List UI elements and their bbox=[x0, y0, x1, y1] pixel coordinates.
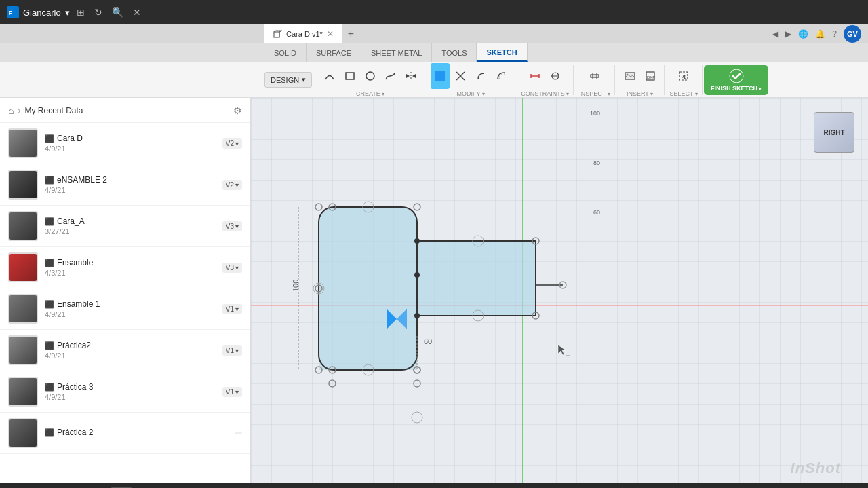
tab-label: Cara D v1* bbox=[286, 30, 323, 38]
rectangle-tool-button[interactable] bbox=[340, 63, 359, 89]
canvas-area[interactable]: 100 80 60 bbox=[251, 98, 868, 483]
sidebar-name-cara-d: Cara D bbox=[57, 134, 83, 143]
grid-icon[interactable]: ⊞ bbox=[77, 7, 85, 18]
svg-rect-2 bbox=[274, 32, 279, 37]
sidebar-date-cara-d: 4/9/21 bbox=[45, 145, 216, 153]
sidebar-info-ensamble1: ⬛ Ensamble 1 4/9/21 bbox=[45, 299, 216, 318]
sidebar-thumb-practica3 bbox=[8, 377, 38, 407]
horizontal-constraint-button[interactable] bbox=[526, 63, 545, 89]
svg-point-4 bbox=[366, 72, 374, 80]
sidebar-item-cara-a[interactable]: ⬛ Cara_A 3/27/21 V3 ▾ bbox=[0, 206, 250, 247]
sidebar-settings-icon[interactable]: ⚙ bbox=[233, 105, 242, 116]
version-dropdown-icon[interactable]: ▾ bbox=[235, 388, 239, 396]
sidebar-item-ensamble[interactable]: ⬛ Ensamble 4/3/21 V3 ▾ bbox=[0, 247, 250, 288]
version-dropdown-icon[interactable]: ▾ bbox=[235, 264, 239, 271]
modify-label: MODIFY ▾ bbox=[457, 90, 485, 97]
svg-point-46 bbox=[414, 380, 420, 387]
sidebar-date-cara-a: 3/27/21 bbox=[45, 227, 216, 236]
sidebar-version-ensamble2: V2 ▾ bbox=[222, 180, 242, 190]
sidebar-item-practica-2[interactable]: ⬛ Práctica 2 bbox=[0, 413, 250, 454]
sidebar-date-practica3: 4/9/21 bbox=[45, 393, 216, 401]
sidebar-item-practica3[interactable]: ⬛ Práctica 3 4/9/21 V1 ▾ bbox=[0, 371, 250, 413]
sidebar-item-ensamble2[interactable]: ⬛ eNSAMBLE 2 4/9/21 V2 ▾ bbox=[0, 164, 250, 206]
breadcrumb-home-icon[interactable]: ⌂ bbox=[8, 105, 14, 116]
user-avatar[interactable]: GV bbox=[844, 25, 861, 43]
globe-icon[interactable]: 🌐 bbox=[798, 29, 808, 39]
cube-icon-ensamble: ⬛ bbox=[45, 259, 54, 267]
svg-point-28 bbox=[414, 272, 420, 278]
svg-point-32 bbox=[315, 204, 322, 210]
user-dropdown-arrow[interactable]: ▾ bbox=[65, 7, 70, 18]
fillet-tool-button[interactable] bbox=[471, 63, 490, 89]
tab-sketch[interactable]: SKETCH bbox=[477, 43, 527, 62]
arc-tool-button[interactable] bbox=[320, 63, 339, 89]
svg-rect-5 bbox=[435, 71, 445, 81]
version-dropdown-icon[interactable]: ▾ bbox=[235, 140, 239, 147]
sidebar-item-practica2[interactable]: ⬛ Práctica2 4/9/21 V1 ▾ bbox=[0, 330, 250, 371]
tab-cara-d[interactable]: Cara D v1* ✕ bbox=[264, 24, 342, 43]
close-icon[interactable]: ✕ bbox=[133, 7, 141, 18]
toolbar-area: SOLID SURFACE SHEET METAL TOOLS SKETCH D… bbox=[0, 43, 868, 98]
tab-surface[interactable]: SURFACE bbox=[307, 43, 361, 62]
tab-close-button[interactable]: ✕ bbox=[327, 29, 334, 39]
fill-tool-button[interactable] bbox=[431, 63, 450, 89]
tab-tools[interactable]: TOOLS bbox=[432, 43, 477, 62]
new-tab-button[interactable]: + bbox=[342, 28, 359, 40]
sidebar-item-cara-d[interactable]: ⬛ Cara D 4/9/21 V2 ▾ bbox=[0, 123, 250, 164]
sidebar-info-practica3: ⬛ Práctica 3 4/9/21 bbox=[45, 382, 216, 401]
sidebar-version-cara-a: V3 ▾ bbox=[222, 221, 242, 231]
svg-point-29 bbox=[414, 313, 420, 318]
search-icon[interactable]: 🔍 bbox=[112, 7, 123, 18]
sidebar-date-ensamble2: 4/9/21 bbox=[45, 186, 216, 194]
constraints-label: CONSTRAINTS ▾ bbox=[521, 90, 569, 97]
select-group: SELECT ▾ bbox=[666, 65, 703, 95]
sidebar-version-cara-d: V2 ▾ bbox=[222, 138, 242, 149]
sidebar-thumb-practica2 bbox=[8, 335, 38, 365]
circle-tool-button[interactable] bbox=[361, 63, 380, 89]
tab-solid[interactable]: SOLID bbox=[264, 43, 307, 62]
version-dropdown-icon[interactable]: ▾ bbox=[235, 223, 239, 230]
help-icon[interactable]: ? bbox=[832, 29, 837, 39]
offset-tool-button[interactable] bbox=[492, 63, 511, 89]
version-dropdown-icon[interactable]: ▾ bbox=[235, 347, 239, 354]
trim-tool-button[interactable] bbox=[451, 63, 470, 89]
sidebar-version-ensamble1: V1 ▾ bbox=[222, 304, 242, 314]
nav-forward-icon[interactable]: ▶ bbox=[785, 29, 791, 39]
version-dropdown-icon[interactable]: ▾ bbox=[235, 305, 239, 313]
sidebar-thumb-practica-2 bbox=[8, 418, 38, 448]
version-dropdown-icon[interactable]: ▾ bbox=[235, 181, 239, 189]
sidebar: ⌂ › My Recent Data ⚙ ⬛ Cara D 4/9/21 bbox=[0, 98, 251, 483]
view-cube[interactable]: RIGHT bbox=[814, 112, 861, 159]
constraints-group: CONSTRAINTS ▾ bbox=[517, 65, 574, 95]
sidebar-thumb-ensamble bbox=[8, 252, 38, 282]
sidebar-thumb-cara-d bbox=[8, 128, 38, 158]
cube-icon-ensamble1: ⬛ bbox=[45, 300, 54, 309]
cube-icon-practica-2: ⬛ bbox=[45, 428, 54, 437]
finish-sketch-button[interactable]: FINISH SKETCH ▾ bbox=[704, 65, 769, 95]
inspect-label: INSPECT ▾ bbox=[579, 90, 610, 97]
sidebar-info-practica2: ⬛ Práctica2 4/9/21 bbox=[45, 341, 216, 360]
spline-tool-button[interactable] bbox=[381, 63, 400, 89]
cube-icon-cara-d: ⬛ bbox=[45, 134, 54, 143]
design-mode-button[interactable]: DESIGN ▾ bbox=[264, 72, 312, 88]
svg-text:—: — bbox=[566, 352, 570, 356]
sidebar-item-ensamble1[interactable]: ⬛ Ensamble 1 4/9/21 V1 ▾ bbox=[0, 288, 250, 330]
notification-icon[interactable]: 🔔 bbox=[815, 29, 825, 39]
coincident-constraint-button[interactable] bbox=[546, 63, 565, 89]
mirror-tool-button[interactable] bbox=[401, 63, 420, 89]
sidebar-name-practica2: Práctica2 bbox=[57, 341, 91, 350]
insert-dxf-button[interactable]: DXF bbox=[641, 63, 660, 89]
breadcrumb-separator: › bbox=[18, 106, 20, 115]
main-layout: ⌂ › My Recent Data ⚙ ⬛ Cara D 4/9/21 bbox=[0, 98, 868, 483]
tab-sheet-metal[interactable]: SHEET METAL bbox=[361, 43, 432, 62]
svg-point-17 bbox=[626, 73, 628, 75]
toolbar-buttons: DESIGN ▾ bbox=[0, 62, 868, 98]
select-tool-button[interactable] bbox=[674, 63, 693, 89]
refresh-icon[interactable]: ↻ bbox=[94, 7, 102, 18]
nav-back-icon[interactable]: ◀ bbox=[772, 29, 778, 39]
sidebar-thumb-ensamble1 bbox=[8, 294, 38, 324]
insert-image-button[interactable] bbox=[620, 63, 639, 89]
view-cube-face[interactable]: RIGHT bbox=[814, 112, 854, 153]
sidebar-name-ensamble: Ensamble bbox=[57, 258, 93, 267]
measure-tool-button[interactable] bbox=[585, 63, 604, 89]
